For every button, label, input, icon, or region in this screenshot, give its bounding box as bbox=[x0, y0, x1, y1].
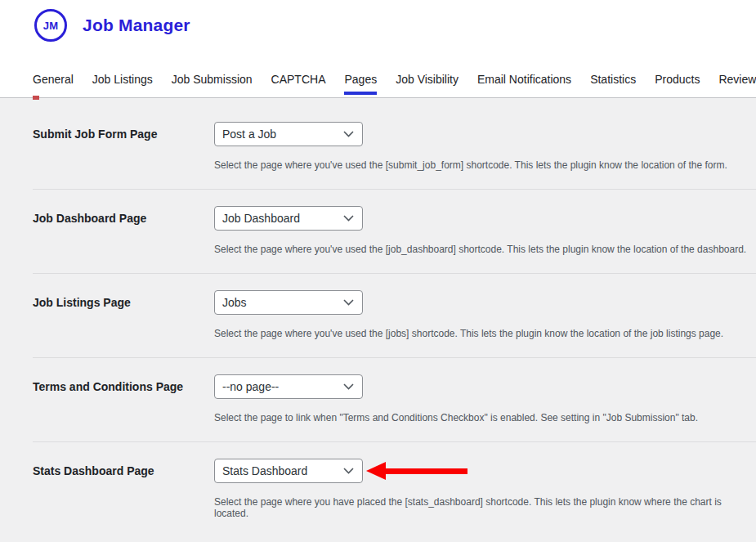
setting-control: Post a Job Select the page where you've … bbox=[214, 122, 756, 171]
setting-control: Jobs Select the page where you've used t… bbox=[214, 290, 756, 339]
settings-tab-bar: General Job Listings Job Submission CAPT… bbox=[33, 73, 756, 95]
chevron-down-icon bbox=[343, 383, 354, 390]
setting-label: Job Listings Page bbox=[33, 290, 214, 339]
setting-row-job-listings-page: Job Listings Page Jobs Select the page w… bbox=[33, 274, 756, 358]
setting-help-text: Select the page to link when "Terms and … bbox=[214, 412, 756, 423]
job-dashboard-page-select[interactable]: Job Dashboard bbox=[214, 206, 363, 231]
setting-control: Stats Dashboard Select the page where yo… bbox=[214, 459, 756, 519]
chevron-down-icon bbox=[343, 131, 354, 137]
tab-products[interactable]: Products bbox=[655, 73, 700, 95]
setting-help-text: Select the page where you've used the [j… bbox=[214, 244, 756, 255]
red-tick-mark bbox=[33, 96, 39, 100]
page-header: JM Job Manager General Job Listings Job … bbox=[0, 0, 756, 98]
red-arrow-annotation-icon bbox=[366, 462, 467, 480]
tab-job-visibility[interactable]: Job Visibility bbox=[396, 73, 459, 95]
tab-job-submission[interactable]: Job Submission bbox=[172, 73, 253, 95]
setting-row-terms-and-conditions-page: Terms and Conditions Page --no page-- Se… bbox=[33, 358, 756, 442]
settings-list: Submit Job Form Page Post a Job Select t… bbox=[0, 98, 756, 537]
setting-label: Submit Job Form Page bbox=[33, 122, 214, 171]
selected-value: --no page-- bbox=[222, 380, 279, 393]
setting-help-text: Select the page where you've used the [j… bbox=[214, 328, 756, 339]
tab-job-listings[interactable]: Job Listings bbox=[92, 73, 153, 95]
selected-value: Jobs bbox=[222, 296, 247, 309]
tab-reviews[interactable]: Reviews bbox=[718, 73, 756, 95]
setting-label: Job Dashboard Page bbox=[33, 206, 214, 255]
setting-label: Stats Dashboard Page bbox=[33, 459, 214, 519]
setting-row-stats-dashboard-page: Stats Dashboard Page Stats Dashboard Sel… bbox=[33, 442, 756, 537]
setting-control: --no page-- Select the page to link when… bbox=[214, 374, 756, 423]
terms-and-conditions-page-select[interactable]: --no page-- bbox=[214, 374, 363, 399]
setting-help-text: Select the page where you've used the [s… bbox=[214, 159, 756, 171]
tab-general[interactable]: General bbox=[33, 73, 74, 95]
jm-logo-icon: JM bbox=[34, 9, 67, 42]
selected-value: Post a Job bbox=[222, 128, 276, 141]
job-manager-settings-page: JM Job Manager General Job Listings Job … bbox=[0, 0, 756, 542]
submit-job-form-page-select[interactable]: Post a Job bbox=[214, 122, 363, 146]
selected-value: Stats Dashboard bbox=[222, 464, 307, 477]
setting-row-submit-job-form-page: Submit Job Form Page Post a Job Select t… bbox=[33, 105, 756, 190]
brand-logo: JM Job Manager bbox=[34, 9, 190, 42]
selected-value: Job Dashboard bbox=[222, 212, 300, 225]
job-listings-page-select[interactable]: Jobs bbox=[214, 290, 363, 315]
tab-email-notifications[interactable]: Email Notifications bbox=[477, 73, 571, 95]
chevron-down-icon bbox=[343, 215, 354, 222]
app-title: Job Manager bbox=[83, 16, 190, 35]
chevron-down-icon bbox=[343, 299, 354, 306]
tab-captcha[interactable]: CAPTCHA bbox=[271, 73, 326, 95]
tab-statistics[interactable]: Statistics bbox=[590, 73, 636, 95]
chevron-down-icon bbox=[343, 468, 354, 474]
stats-dashboard-page-select[interactable]: Stats Dashboard bbox=[214, 459, 363, 483]
setting-row-job-dashboard-page: Job Dashboard Page Job Dashboard Select … bbox=[33, 190, 756, 274]
tab-pages[interactable]: Pages bbox=[344, 73, 377, 95]
setting-control: Job Dashboard Select the page where you'… bbox=[214, 206, 756, 255]
setting-label: Terms and Conditions Page bbox=[33, 374, 214, 423]
setting-help-text: Select the page where you have placed th… bbox=[214, 496, 756, 519]
